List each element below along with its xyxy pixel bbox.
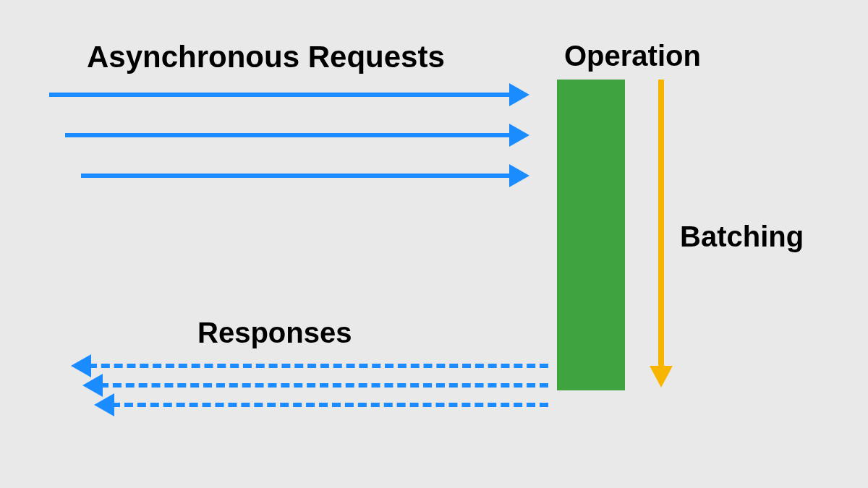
batching-arrow bbox=[658, 80, 664, 369]
operation-box bbox=[557, 80, 625, 390]
operation-label: Operation bbox=[564, 40, 701, 72]
request-arrow bbox=[81, 174, 512, 178]
response-arrow bbox=[111, 403, 548, 407]
batching-label: Batching bbox=[680, 221, 804, 253]
response-arrow bbox=[100, 383, 548, 388]
request-arrow bbox=[49, 93, 512, 97]
requests-label: Asynchronous Requests bbox=[87, 40, 445, 74]
responses-label: Responses bbox=[197, 317, 352, 349]
response-arrow bbox=[88, 364, 548, 368]
request-arrow bbox=[65, 133, 512, 137]
